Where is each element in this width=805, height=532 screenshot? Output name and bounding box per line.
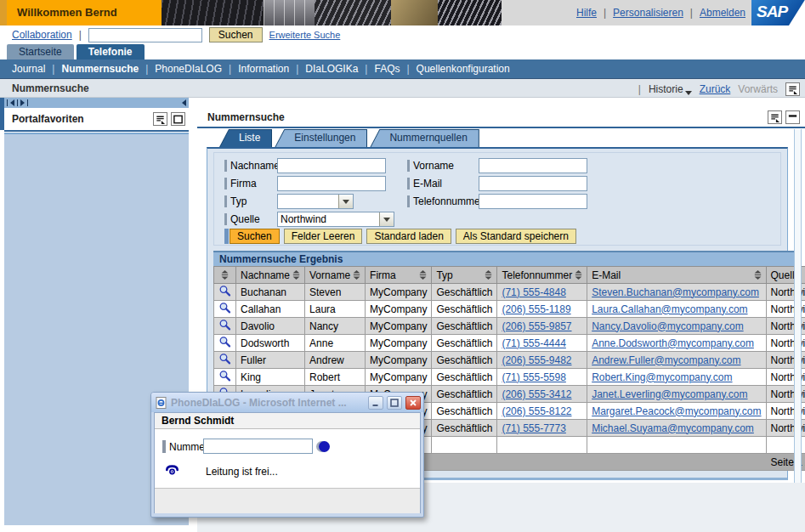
vorname-field[interactable]	[479, 158, 587, 173]
felder-leeren-button[interactable]: Felder Leeren	[284, 229, 363, 244]
details-search-icon[interactable]	[218, 285, 231, 297]
cell-telefonnummer: (71) 555-4848	[497, 284, 587, 301]
back-link[interactable]: Zurück	[700, 83, 731, 95]
details-search-icon[interactable]	[218, 302, 231, 314]
als-standard-speichern-button[interactable]: Als Standard speichern	[456, 229, 576, 244]
close-button[interactable]	[405, 396, 421, 410]
minimize-icon	[371, 399, 380, 407]
phone-link[interactable]: (206) 555-3412	[502, 388, 571, 400]
phone-link[interactable]: (71) 555-5598	[502, 371, 565, 383]
phone-link[interactable]: (206) 555-8122	[502, 405, 571, 417]
maximize-button[interactable]	[387, 396, 402, 410]
standard-laden-button[interactable]: Standard laden	[366, 229, 451, 244]
sort-icon[interactable]	[575, 270, 582, 280]
portal-search-input[interactable]	[88, 28, 202, 42]
nummer-field[interactable]	[203, 439, 313, 454]
menu-item-dialogika[interactable]: DIaLOGIKa	[305, 63, 358, 75]
sidebar-maximize-button[interactable]	[171, 112, 185, 126]
email-link[interactable]: Andrew.Fuller@mycompany.com	[592, 354, 740, 366]
historie-menu[interactable]: Historie	[649, 83, 692, 95]
details-search-icon[interactable]	[218, 319, 231, 331]
panel-collapse-button[interactable]	[785, 110, 800, 124]
header-link-personalisieren[interactable]: Personalisieren	[613, 7, 683, 19]
collapse-sidebar-icon[interactable]	[182, 99, 186, 106]
expand-right-icon[interactable]	[20, 99, 25, 106]
cell-nachname: Fuller	[236, 352, 305, 369]
field-marker	[224, 178, 227, 190]
nachname-field[interactable]	[277, 158, 386, 173]
column-header-icon	[214, 267, 236, 284]
quelle-label: Quelle	[230, 213, 260, 225]
column-header-e-mail[interactable]: E-Mail	[587, 267, 766, 284]
details-search-icon[interactable]	[218, 370, 231, 382]
column-header-vorname[interactable]: Vorname	[305, 267, 366, 284]
column-header-typ[interactable]: Typ	[432, 267, 497, 284]
phone-link[interactable]: (71) 555-4848	[502, 286, 565, 298]
sort-icon[interactable]	[419, 270, 427, 280]
email-field[interactable]	[479, 176, 587, 191]
phone-link[interactable]: (206) 555-1189	[502, 303, 570, 315]
typ-dropdown[interactable]	[277, 194, 354, 209]
cell-email: Nancy.Davolio@mycompany.com	[587, 318, 766, 335]
portal-search-button[interactable]: Suchen	[209, 27, 263, 42]
collapse-left-icon[interactable]	[10, 99, 14, 106]
menu-item-nummernsuche[interactable]: Nummernsuche	[61, 63, 139, 75]
column-header-firma[interactable]: Firma	[366, 267, 432, 284]
email-link[interactable]: Anne.Dodsworth@mycompany.com	[592, 337, 754, 349]
email-link[interactable]: Nancy.Davolio@mycompany.com	[592, 320, 743, 332]
email-link[interactable]: Robert.King@mycompany.com	[592, 371, 732, 383]
dial-button[interactable]	[319, 441, 330, 452]
result-row: DodsworthAnneMyCompanyGeschäftlich(71) 5…	[214, 335, 805, 352]
result-row: DavolioNancyMyCompanyGeschäftlich(206) 5…	[214, 318, 805, 335]
email-link[interactable]: Margaret.Peacock@mycompany.com	[592, 405, 761, 417]
sort-icon[interactable]	[754, 270, 762, 280]
telefonnummer-field[interactable]	[479, 194, 587, 209]
phone-link[interactable]: (206) 555-9857	[502, 320, 571, 332]
collaboration-link[interactable]: Collaboration	[12, 29, 72, 41]
header-link-hilfe[interactable]: Hilfe	[576, 7, 597, 19]
sort-icon[interactable]	[485, 270, 492, 280]
email-link[interactable]: Steven.Buchanan@mycompany.com	[592, 286, 759, 298]
sort-icon[interactable]	[221, 270, 229, 280]
panel-tab-nummernquellen[interactable]: Nummernquellen	[370, 129, 479, 147]
chevron-down-icon	[343, 200, 349, 204]
phone-link[interactable]: (71) 555-7773	[502, 422, 565, 434]
sort-icon[interactable]	[353, 270, 360, 280]
menu-item-information[interactable]: Information	[238, 63, 289, 75]
panel-options-button[interactable]	[768, 110, 782, 124]
email-link[interactable]: Laura.Callahan@mycompany.com	[592, 303, 747, 315]
quelle-dropdown-button[interactable]	[379, 212, 394, 226]
panel-tab-liste[interactable]: Liste	[219, 129, 272, 147]
sort-icon[interactable]	[292, 270, 300, 280]
sidebar-options-button[interactable]	[153, 112, 167, 126]
menu-item-faqs[interactable]: FAQs	[374, 63, 400, 75]
popup-title-bar[interactable]: PhoneDIaLOG - Microsoft Internet ...	[151, 393, 423, 412]
separator	[17, 99, 18, 106]
phone-link[interactable]: (206) 555-9482	[502, 354, 571, 366]
email-link[interactable]: Michael.Suyama@mycompany.com	[592, 422, 754, 434]
header-link-abmelden[interactable]: Abmelden	[700, 7, 745, 19]
panel-title: Nummernsuche	[207, 111, 285, 123]
telefonnummer-label: Telefonnummer	[413, 195, 484, 207]
panel-tab-einstellungen[interactable]: Einstellungen	[275, 129, 367, 147]
menu-item-quellenkonfiguration[interactable]: Quellenkonfiguration	[417, 63, 510, 75]
details-search-icon[interactable]	[218, 336, 231, 348]
firma-field[interactable]	[277, 176, 386, 191]
menu-item-phonedialog[interactable]: PhoneDIaLOG	[155, 63, 222, 75]
tab-startseite[interactable]: Startseite	[7, 44, 74, 59]
minimize-button[interactable]	[368, 396, 383, 410]
menu-item-journal[interactable]: Journal	[12, 63, 45, 75]
email-link[interactable]: Janet.Leverling@mycompany.com	[592, 388, 747, 400]
quelle-dropdown[interactable]: Northwind	[277, 212, 394, 227]
column-header-nachname[interactable]: Nachname	[236, 267, 305, 284]
typ-dropdown-button[interactable]	[338, 195, 353, 208]
advanced-search-link[interactable]: Erweiterte Suche	[269, 30, 341, 40]
suchen-button[interactable]: Suchen	[230, 229, 280, 244]
cell-firma: MyCompany	[366, 369, 432, 386]
details-search-icon[interactable]	[218, 353, 231, 365]
tab-telefonie[interactable]: Telefonie	[77, 44, 145, 59]
column-header-telefonnummer[interactable]: Telefonnummer	[497, 267, 587, 284]
panel-header: Nummernsuche	[197, 108, 805, 127]
phone-link[interactable]: (71) 555-4444	[502, 337, 565, 349]
page-options-button[interactable]	[785, 82, 800, 96]
